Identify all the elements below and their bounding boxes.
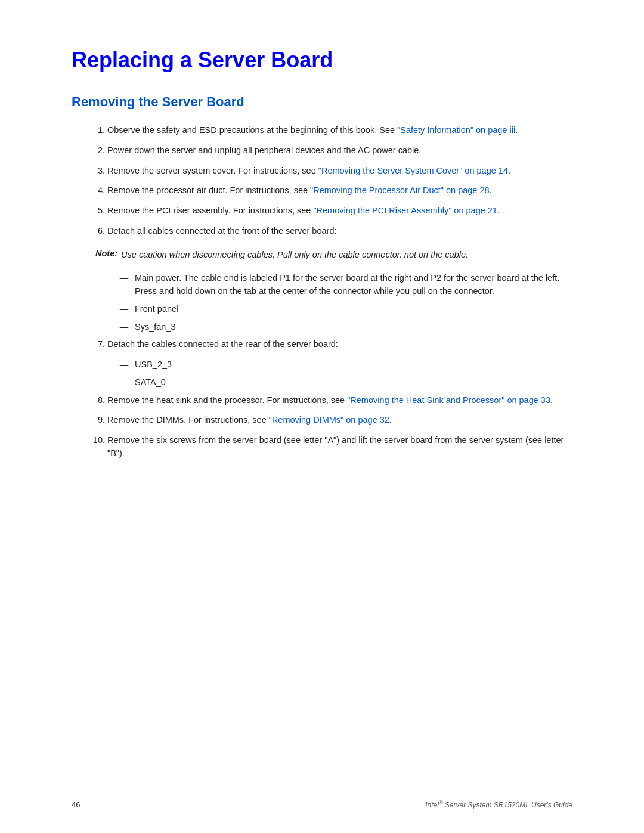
list-item: — SATA_0 — [119, 376, 572, 389]
list-item: — Sys_fan_3 — [119, 321, 572, 334]
step1-text-after: . — [515, 125, 518, 135]
step4-link[interactable]: "Removing the Processor Air Duct" on pag… — [310, 185, 489, 195]
content-area: Observe the safety and ESD precautions a… — [95, 124, 572, 460]
list-item: — Main power. The cable end is labeled P… — [119, 272, 572, 298]
steps-after-list: Remove the heat sink and the processor. … — [107, 394, 572, 460]
dash-icon: — — [119, 303, 129, 316]
footer-guide-title: Intel® Server System SR1520ML User's Gui… — [425, 800, 572, 809]
step9-link[interactable]: "Removing DIMMs" on page 32 — [269, 415, 389, 425]
list-item: — USB_2_3 — [119, 358, 572, 371]
step6-text: Detach all cables connected at the front… — [107, 226, 336, 236]
step8-text-after: . — [550, 395, 553, 405]
note-text: Use caution when disconnecting cables. P… — [121, 249, 468, 262]
step5-link[interactable]: "Removing the PCI Riser Assembly" on pag… — [313, 206, 497, 215]
step4-text-after: . — [490, 185, 492, 195]
step3-link[interactable]: "Removing the Server System Cover" on pa… — [318, 166, 508, 175]
dash-icon: — — [119, 358, 129, 371]
step9-text-after: . — [389, 415, 392, 425]
list-item: Power down the server and unplug all per… — [107, 144, 572, 157]
list-item: Detach all cables connected at the front… — [107, 225, 572, 238]
step5-text-after: . — [497, 206, 500, 215]
steps-list: Observe the safety and ESD precautions a… — [107, 124, 572, 238]
step7-text: Detach the cables connected at the rear … — [107, 339, 338, 349]
step8-text-before: Remove the heat sink and the processor. … — [107, 395, 347, 405]
note-block: Note: Use caution when disconnecting cab… — [95, 249, 572, 262]
note-label: Note: — [95, 249, 117, 258]
rear-item-2: SATA_0 — [135, 376, 572, 389]
list-item: Detach the cables connected at the rear … — [107, 338, 572, 351]
page-container: Replacing a Server Board Removing the Se… — [0, 0, 644, 833]
step9-text-before: Remove the DIMMs. For instructions, see — [107, 415, 269, 425]
front-item-3: Sys_fan_3 — [135, 321, 572, 334]
footer-page-number: 46 — [72, 800, 80, 809]
section-title: Removing the Server Board — [72, 94, 572, 110]
dash-icon: — — [119, 321, 129, 334]
list-item: Remove the processor air duct. For instr… — [107, 184, 572, 197]
list-item: Remove the server system cover. For inst… — [107, 165, 572, 178]
step5-text-before: Remove the PCI riser assembly. For instr… — [107, 206, 313, 215]
dash-icon: — — [119, 376, 129, 389]
rear-sub-list: — USB_2_3 — SATA_0 — [119, 358, 572, 389]
footer-sup: ® — [439, 800, 443, 806]
step1-link[interactable]: "Safety Information" on page iii — [397, 125, 515, 135]
list-item: Remove the heat sink and the processor. … — [107, 394, 572, 407]
dash-icon: — — [119, 272, 129, 285]
list-item: Remove the DIMMs. For instructions, see … — [107, 414, 572, 427]
front-sub-list: — Main power. The cable end is labeled P… — [119, 272, 572, 333]
step8-link[interactable]: "Removing the Heat Sink and Processor" o… — [347, 395, 550, 405]
rear-item-1: USB_2_3 — [135, 358, 572, 371]
list-item: — Front panel — [119, 303, 572, 316]
list-item: Observe the safety and ESD precautions a… — [107, 124, 572, 137]
step4-text-before: Remove the processor air duct. For instr… — [107, 185, 310, 195]
step7-list: Detach the cables connected at the rear … — [107, 338, 572, 351]
step2-text: Power down the server and unplug all per… — [107, 145, 421, 155]
list-item: Remove the PCI riser assembly. For instr… — [107, 205, 572, 218]
step10-text: Remove the six screws from the server bo… — [107, 435, 564, 458]
step1-text-before: Observe the safety and ESD precautions a… — [107, 125, 397, 135]
front-item-2: Front panel — [135, 303, 572, 316]
page-footer: 46 Intel® Server System SR1520ML User's … — [0, 800, 644, 809]
step3-text-before: Remove the server system cover. For inst… — [107, 166, 318, 175]
step3-text-after: . — [508, 166, 510, 175]
main-title: Replacing a Server Board — [72, 48, 572, 73]
list-item: Remove the six screws from the server bo… — [107, 434, 572, 460]
front-item-1: Main power. The cable end is labeled P1 … — [135, 272, 572, 298]
